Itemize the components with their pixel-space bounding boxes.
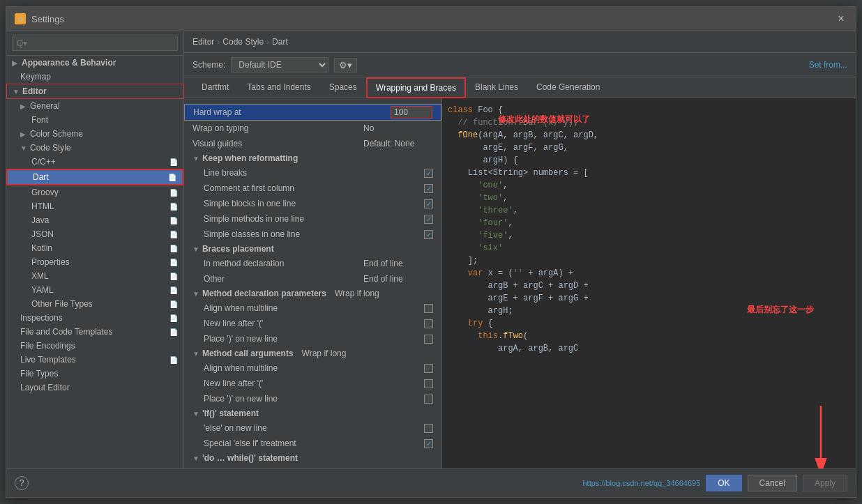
sidebar-item-cpp[interactable]: C/C++ 📄 — [6, 155, 183, 169]
sidebar-item-code-style[interactable]: ▼ Code Style — [6, 141, 183, 155]
sidebar-item-dart[interactable]: Dart 📄 — [6, 169, 183, 185]
tab-code-generation[interactable]: Code Generation — [527, 77, 609, 98]
annotation-2: 最后别忘了这一步 — [747, 304, 814, 316]
tab-wrapping-braces[interactable]: Wrapping and Braces — [366, 77, 466, 98]
sidebar-item-groovy[interactable]: Groovy 📄 — [6, 185, 183, 199]
set-from-link[interactable]: Set from... — [809, 60, 847, 70]
sidebar-item-xml[interactable]: XML 📄 — [6, 269, 183, 283]
sidebar-item-kotlin[interactable]: Kotlin 📄 — [6, 241, 183, 255]
sidebar-item-file-encodings[interactable]: File Encodings — [6, 339, 183, 353]
settings-panel: Hard wrap at Wrap on typing No Visual gu… — [184, 98, 442, 468]
align-multiline2-row: Align when multiline — [184, 360, 441, 376]
comment-col-checkbox[interactable] — [424, 184, 433, 193]
simple-blocks-checkbox[interactable] — [424, 199, 433, 208]
annotation-arrow — [779, 399, 835, 468]
section-arrow: ▼ — [192, 410, 199, 418]
sidebar-item-label: Color Scheme — [30, 129, 83, 139]
sidebar-item-json[interactable]: JSON 📄 — [6, 227, 183, 241]
newline-open2-checkbox[interactable] — [424, 379, 433, 388]
wrap-typing-value: No — [363, 123, 433, 133]
newline-open1-checkbox[interactable] — [424, 319, 433, 328]
arrow-icon: ▶ — [20, 130, 27, 138]
code-preview: class Foo { // function.fBar (x, y); fOn… — [442, 98, 856, 468]
sidebar-item-layout-editor[interactable]: Layout Editor — [6, 381, 183, 395]
icon-marker: 📄 — [169, 203, 178, 211]
search-input[interactable] — [12, 36, 178, 51]
sidebar-item-label: Groovy — [31, 188, 59, 197]
sidebar-item-other-file-types[interactable]: Other File Types 📄 — [6, 297, 183, 311]
method-decl-row: In method declaration End of line — [184, 256, 441, 271]
tab-blank-lines[interactable]: Blank Lines — [466, 77, 527, 98]
code-line: 'four', — [448, 217, 850, 229]
tab-dartfmt[interactable]: Dartfmt — [192, 77, 238, 98]
sidebar-item-appearance[interactable]: ▶ Appearance & Behavior — [6, 56, 183, 70]
blog-link[interactable]: https://blog.csdn.net/qq_34664695 — [582, 479, 700, 487]
sidebar-item-editor[interactable]: ▼ Editor — [6, 84, 183, 99]
close-button[interactable]: × — [835, 13, 847, 25]
align-multiline2-checkbox[interactable] — [424, 364, 433, 373]
code-line: ]; — [448, 254, 850, 267]
else-newline-checkbox[interactable] — [424, 424, 433, 433]
sidebar-item-properties[interactable]: Properties 📄 — [6, 255, 183, 269]
subsetting-label: Line breaks — [204, 168, 424, 178]
simple-methods-checkbox[interactable] — [424, 215, 433, 224]
icon-marker: 📄 — [168, 174, 176, 181]
scheme-select[interactable]: Default IDE — [231, 57, 328, 72]
code-line: argH) { — [448, 154, 850, 167]
sidebar-item-color-scheme[interactable]: ▶ Color Scheme — [6, 127, 183, 141]
sidebar-item-file-types[interactable]: File Types — [6, 367, 183, 381]
subsetting-label: Align when multiline — [204, 303, 424, 313]
align-multiline1-checkbox[interactable] — [424, 304, 433, 313]
sidebar-item-font[interactable]: Font — [6, 113, 183, 127]
other-value: End of line — [363, 274, 433, 284]
sidebar-item-live-templates[interactable]: Live Templates 📄 — [6, 353, 183, 367]
sidebar-item-html[interactable]: HTML 📄 — [6, 199, 183, 213]
comment-col-row: Comment at first column — [184, 181, 441, 196]
sidebar-item-keymap[interactable]: Keymap — [6, 70, 183, 84]
special-else-checkbox[interactable] — [424, 439, 433, 448]
ok-button[interactable]: OK — [706, 475, 741, 491]
sidebar-item-general[interactable]: ▶ General — [6, 99, 183, 113]
subsetting-label: Simple methods in one line — [204, 214, 424, 224]
special-else-row: Special 'else if' treatment — [184, 436, 441, 451]
section-arrow: ▼ — [192, 350, 199, 358]
method-decl-value: End of line — [363, 259, 433, 268]
code-line: var x = ('' + argA) + — [448, 267, 850, 280]
sidebar-item-label: Editor — [22, 86, 47, 96]
close-paren2-row: Place ')' on new line — [184, 391, 441, 406]
sidebar-item-label: Keymap — [20, 72, 51, 82]
tab-spaces[interactable]: Spaces — [320, 77, 366, 98]
sidebar-item-label: Kotlin — [31, 243, 52, 253]
section-label: 'if()' statement — [202, 408, 259, 418]
close-paren2-checkbox[interactable] — [424, 395, 433, 404]
section-arrow: ▼ — [192, 455, 199, 462]
cancel-button[interactable]: Cancel — [748, 475, 797, 491]
sidebar-item-java[interactable]: Java 📄 — [6, 213, 183, 227]
settings-icon: ⚙ — [15, 13, 26, 24]
hard-wrap-label: Hard wrap at — [193, 107, 391, 117]
close-paren1-checkbox[interactable] — [424, 335, 433, 344]
sidebar-item-file-code-templates[interactable]: File and Code Templates 📄 — [6, 325, 183, 339]
visual-guides-value: Default: None — [363, 139, 433, 148]
hard-wrap-input[interactable] — [391, 106, 432, 119]
sidebar-item-label: Appearance & Behavior — [22, 58, 116, 68]
other-row: Other End of line — [184, 271, 441, 287]
code-line: fOne(argA, argB, argC, argD, — [448, 129, 850, 142]
breadcrumb-code-style: Code Style — [222, 37, 264, 47]
apply-button[interactable]: Apply — [803, 475, 847, 491]
line-breaks-checkbox[interactable] — [424, 169, 433, 178]
newline-open2-row: New line after '(' — [184, 376, 441, 391]
sidebar-item-label: YAML — [31, 285, 54, 295]
scheme-settings-button[interactable]: ⚙▾ — [334, 58, 357, 72]
simple-classes-checkbox[interactable] — [424, 230, 433, 239]
sidebar-item-inspections[interactable]: Inspections 📄 — [6, 311, 183, 325]
subsetting-label: 'else' on new line — [204, 423, 424, 433]
arrow-icon: ▶ — [20, 102, 27, 110]
search-box[interactable] — [6, 31, 183, 56]
sidebar-item-yaml[interactable]: YAML 📄 — [6, 283, 183, 297]
help-button[interactable]: ? — [15, 476, 29, 490]
tab-tabs-indents[interactable]: Tabs and Indents — [238, 77, 319, 98]
sidebar-item-label: Layout Editor — [20, 383, 70, 392]
simple-methods-row: Simple methods in one line — [184, 211, 441, 227]
sidebar-item-label: C/C++ — [31, 157, 56, 167]
